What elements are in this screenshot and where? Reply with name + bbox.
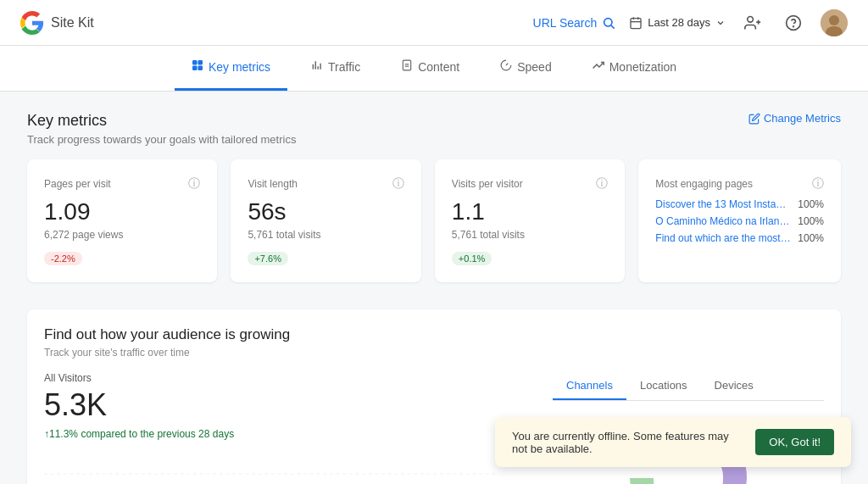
- svg-rect-14: [193, 61, 197, 64]
- engaging-page-3: Find out which are the most popular dati…: [655, 232, 824, 244]
- engaging-page-1-link[interactable]: Discover the 13 Most Instagrammable Rest…: [655, 198, 791, 210]
- svg-rect-16: [193, 66, 197, 70]
- all-visitors-label: All Visitors: [44, 372, 526, 384]
- engaging-page-1-pct: 100%: [798, 198, 824, 210]
- nav-tabs: Key metrics Traffic Content Speed: [0, 46, 868, 92]
- key-metrics-header: Key metrics Track progress towards your …: [27, 112, 841, 146]
- metric-label-visit-length: Visit length ⓘ: [248, 176, 403, 192]
- info-icon-visit-length[interactable]: ⓘ: [392, 176, 404, 192]
- chevron-down-icon: [715, 18, 726, 28]
- google-g-logo: [20, 11, 44, 35]
- chart-tab-devices[interactable]: Devices: [701, 372, 767, 400]
- audience-title: Find out how your audience is growing: [44, 326, 824, 343]
- visitors-trend: ↑11.3% compared to the previous 28 days: [44, 428, 526, 440]
- avatar[interactable]: [821, 9, 848, 36]
- svg-point-0: [604, 18, 612, 25]
- date-range-label: Last 28 days: [648, 16, 710, 29]
- url-search-button[interactable]: URL Search: [533, 16, 616, 30]
- engaging-page-3-link[interactable]: Find out which are the most popular dati…: [655, 232, 791, 244]
- svg-point-6: [748, 16, 754, 22]
- logo-area: Site Kit: [20, 11, 533, 35]
- audience-left: All Visitors 5.3K ↑11.3% compared to the…: [44, 372, 526, 484]
- metric-sub-visit-length: 5,761 total visits: [248, 229, 403, 241]
- metric-value-pages-per-visit: 1.09: [44, 198, 200, 225]
- metric-badge-visit-length: +7.6%: [248, 252, 288, 265]
- svg-point-12: [829, 15, 839, 25]
- metric-value-visit-length: 56s: [248, 198, 403, 225]
- bar-chart-icon: [311, 59, 323, 75]
- tab-content[interactable]: Content: [384, 46, 476, 91]
- avatar-image: [821, 9, 848, 36]
- document-icon: [401, 59, 413, 75]
- engaging-page-2-link[interactable]: O Caminho Médico na Irlanda: Um Guia Det…: [655, 215, 791, 227]
- engaging-page-1: Discover the 13 Most Instagrammable Rest…: [655, 198, 824, 210]
- engaging-page-2: O Caminho Médico na Irlanda: Um Guia Det…: [655, 215, 824, 227]
- chart-tab-channels[interactable]: Channels: [553, 372, 626, 400]
- speedometer-icon: [500, 59, 512, 75]
- change-metrics-button[interactable]: Change Metrics: [748, 112, 841, 125]
- site-kit-logo-text: Site Kit: [51, 15, 94, 31]
- key-metrics-header-left: Key metrics Track progress towards your …: [27, 112, 296, 146]
- ok-got-it-button[interactable]: OK, Got it!: [755, 429, 834, 455]
- url-search-label: URL Search: [533, 16, 598, 30]
- metric-card-most-engaging: Most engaging pages ⓘ Discover the 13 Mo…: [638, 159, 841, 282]
- metric-badge-pages-per-visit: -2.2%: [44, 252, 82, 265]
- tab-traffic[interactable]: Traffic: [294, 46, 377, 91]
- tab-speed-label: Speed: [517, 60, 551, 74]
- metric-label-most-engaging: Most engaging pages ⓘ: [655, 176, 824, 192]
- info-icon-visits-per-visitor[interactable]: ⓘ: [596, 176, 608, 192]
- svg-rect-2: [631, 18, 641, 28]
- edit-icon: [748, 113, 760, 125]
- engaging-page-2-pct: 100%: [798, 215, 824, 227]
- tab-monetization[interactable]: Monetization: [576, 46, 693, 91]
- traffic-line-chart: [44, 453, 498, 484]
- header: Site Kit URL Search Last 28 days: [0, 0, 868, 46]
- metric-sub-pages-per-visit: 6,272 page views: [44, 229, 200, 241]
- metric-label-pages-per-visit: Pages per visit ⓘ: [44, 176, 200, 192]
- tab-key-metrics[interactable]: Key metrics: [175, 46, 287, 91]
- metric-label-visits-per-visitor: Visits per visitor ⓘ: [452, 176, 608, 192]
- search-icon: [602, 16, 615, 30]
- calendar-icon: [629, 16, 643, 30]
- tab-monetization-label: Monetization: [609, 60, 676, 74]
- metric-value-visits-per-visitor: 1.1: [452, 198, 608, 225]
- header-right: URL Search Last 28 days: [533, 9, 848, 36]
- info-icon-most-engaging[interactable]: ⓘ: [812, 176, 824, 192]
- trend-label: compared to the previous 28 days: [81, 428, 234, 440]
- svg-line-1: [611, 25, 615, 29]
- change-metrics-label: Change Metrics: [764, 112, 841, 125]
- metric-badge-visits-per-visitor: +0.1%: [452, 252, 492, 265]
- engaging-page-3-pct: 100%: [798, 232, 824, 244]
- engaging-pages-list: Discover the 13 Most Instagrammable Rest…: [655, 198, 824, 244]
- add-user-button[interactable]: [739, 9, 766, 36]
- grid-icon: [192, 59, 203, 75]
- tab-content-label: Content: [418, 60, 459, 74]
- metric-cards: Pages per visit ⓘ 1.09 6,272 page views …: [27, 159, 841, 282]
- help-button[interactable]: [780, 9, 807, 36]
- date-range-button[interactable]: Last 28 days: [629, 16, 726, 30]
- audience-subtitle: Track your site's traffic over time: [44, 347, 824, 359]
- key-metrics-title: Key metrics: [27, 112, 296, 130]
- trending-up-icon: [593, 59, 604, 75]
- trend-pct: ↑11.3%: [44, 428, 78, 440]
- tab-speed[interactable]: Speed: [483, 46, 568, 91]
- chart-tab-locations[interactable]: Locations: [626, 372, 701, 400]
- info-icon-pages-per-visit[interactable]: ⓘ: [188, 176, 200, 192]
- svg-point-10: [793, 25, 794, 26]
- chart-tabs: Channels Locations Devices: [553, 372, 824, 401]
- tab-traffic-label: Traffic: [328, 60, 360, 74]
- visitors-value: 5.3K: [44, 387, 526, 423]
- tab-key-metrics-label: Key metrics: [209, 60, 270, 74]
- metric-card-visits-per-visitor: Visits per visitor ⓘ 1.1 5,761 total vis…: [435, 159, 625, 282]
- add-person-icon: [744, 14, 761, 31]
- key-metrics-subtitle: Track progress towards your goals with t…: [27, 133, 296, 146]
- svg-rect-17: [198, 66, 202, 70]
- help-icon: [785, 14, 802, 31]
- metric-sub-visits-per-visitor: 5,761 total visits: [452, 229, 608, 241]
- offline-message: You are currently offline. Some features…: [512, 430, 742, 455]
- svg-rect-22: [403, 60, 410, 70]
- svg-rect-15: [198, 61, 202, 64]
- metric-card-visit-length: Visit length ⓘ 56s 5,761 total visits +7…: [231, 159, 420, 282]
- offline-banner: You are currently offline. Some features…: [495, 417, 851, 467]
- metric-card-pages-per-visit: Pages per visit ⓘ 1.09 6,272 page views …: [27, 159, 217, 282]
